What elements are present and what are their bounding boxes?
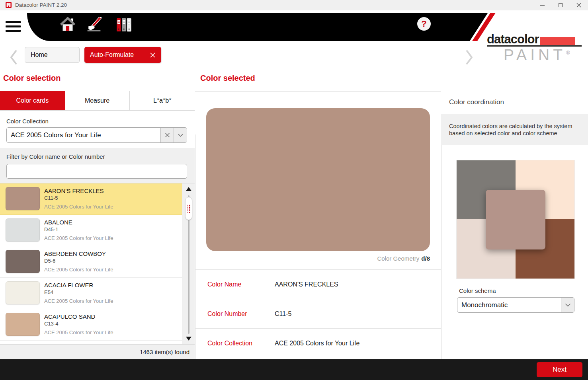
home-icon[interactable] — [60, 17, 76, 33]
color-list: AARON'S FRECKLES C11-5 ACE 2005 Colors f… — [0, 183, 182, 344]
tab-lab[interactable]: L*a*b* — [130, 91, 195, 110]
detail-value: C11-5 — [275, 310, 291, 318]
list-item[interactable]: ACAPULCO SAND C13-4 ACE 2005 Colors for … — [0, 309, 182, 341]
schema-value[interactable]: Monochromatic — [457, 298, 561, 312]
chevron-down-icon[interactable] — [561, 298, 574, 312]
coordination-description: Coordinated colors are calculated by the… — [441, 114, 588, 145]
color-swatch — [6, 281, 40, 304]
color-name: AARON'S FRECKLES — [44, 187, 104, 194]
window-title: Datacolor PAINT 2.20 — [15, 2, 67, 8]
color-number: C13-4 — [44, 321, 58, 327]
close-tab-icon[interactable] — [150, 52, 156, 58]
paintbrush-icon[interactable] — [86, 17, 102, 33]
color-swatch — [6, 313, 40, 336]
list-item[interactable]: ABALONE D45-1 ACE 2005 Colors for Your L… — [0, 215, 182, 246]
brand-red-block — [540, 37, 575, 45]
app-logo-icon — [6, 2, 12, 8]
geometry-value: d/8 — [421, 255, 430, 262]
color-collection: ACE 2005 Colors for Your Life — [44, 204, 113, 210]
items-found-count: 1463 item(s) found — [140, 349, 189, 355]
help-icon[interactable]: ? — [417, 17, 431, 31]
detail-row: Color Number C11-5 — [195, 299, 441, 328]
selected-color-swatch — [206, 108, 430, 251]
color-name: ABERDEEN COWBOY — [44, 250, 106, 257]
color-name: ACAPULCO SAND — [44, 313, 95, 320]
color-number: D45-1 — [44, 226, 58, 232]
list-item[interactable]: AARON'S FRECKLES C11-5 ACE 2005 Colors f… — [0, 183, 182, 215]
title-bar: Datacolor PAINT 2.20 — [0, 0, 588, 10]
color-schema-label: Color schema — [459, 287, 496, 294]
color-swatch — [6, 187, 40, 210]
status-bar: 1463 item(s) found — [0, 344, 195, 359]
footer-bar: Next — [0, 359, 588, 380]
tab-home-label: Home — [31, 51, 48, 58]
collection-label: Color Collection — [6, 118, 49, 125]
color-name: ACACIA FLOWER — [44, 282, 93, 288]
triangle-up-icon[interactable] — [182, 185, 195, 193]
detail-value: ACE 2005 Colors for Your Life — [275, 340, 359, 347]
coordination-grid — [457, 160, 574, 279]
geometry-label: Color Geometry — [377, 255, 419, 262]
color-selection-title: Color selection — [3, 74, 61, 83]
list-item[interactable]: ABERDEEN COWBOY D5-6 ACE 2005 Colors for… — [0, 246, 182, 278]
color-number: D5-6 — [44, 258, 55, 264]
tab-color-cards[interactable]: Color cards — [0, 91, 65, 110]
maximize-icon[interactable] — [551, 0, 570, 10]
chevron-right-icon[interactable] — [464, 49, 475, 66]
color-swatch — [6, 250, 40, 273]
filter-label: Filter by Color name or Color number — [6, 153, 105, 160]
tab-measure[interactable]: Measure — [65, 91, 130, 110]
detail-label: Color Number — [207, 310, 247, 318]
divider — [195, 91, 441, 92]
scrollbar-thumb[interactable] — [185, 197, 192, 220]
selection-tabs: Color cards Measure L*a*b* — [0, 91, 195, 111]
list-item[interactable]: ACACIA FLOWER E54 ACE 2005 Colors for Yo… — [0, 278, 182, 309]
color-selection-panel: Color selection Color cards Measure L*a*… — [0, 67, 195, 359]
triangle-down-icon[interactable] — [182, 335, 195, 343]
color-selected-title: Color selected — [200, 74, 255, 83]
color-coordination-panel: Color coordination Coordinated colors ar… — [441, 67, 588, 359]
detail-value: AARON'S FRECKLES — [275, 281, 338, 288]
minimize-icon[interactable] — [533, 0, 551, 10]
color-number: E54 — [44, 289, 53, 295]
color-schema-dropdown[interactable]: Monochromatic — [457, 297, 574, 313]
detail-row: Color Collection ACE 2005 Colors for You… — [195, 328, 441, 358]
color-coordination-title: Color coordination — [449, 98, 504, 106]
color-collection: ACE 2005 Colors for Your Life — [44, 235, 113, 241]
main-content: Color selection Color cards Measure L*a*… — [0, 67, 588, 359]
brand-product: PAINT® — [487, 47, 582, 63]
clear-collection-button[interactable] — [160, 128, 174, 142]
color-collection: ACE 2005 Colors for Your Life — [44, 298, 113, 304]
color-name: ABALONE — [44, 219, 72, 226]
filter-section: Filter by Color name or Color number — [0, 148, 195, 183]
color-geometry: Color Geometryd/8 — [377, 255, 430, 262]
brand-name: datacolor — [487, 33, 539, 45]
next-button[interactable]: Next — [537, 362, 582, 377]
thumb-grip — [187, 204, 191, 213]
filter-input[interactable] — [6, 164, 187, 179]
chevron-down-icon[interactable] — [174, 128, 187, 142]
tab-home[interactable]: Home — [25, 47, 80, 63]
color-collection: ACE 2005 Colors for Your Life — [44, 267, 113, 273]
detail-label: Color Collection — [207, 340, 252, 347]
hamburger-icon[interactable] — [6, 21, 21, 33]
list-scrollbar[interactable] — [182, 183, 195, 344]
fandeck-binders-icon[interactable] — [116, 17, 132, 33]
brand-logo: datacolor PAINT® — [487, 33, 582, 63]
color-details-table: Color Name AARON'S FRECKLES Color Number… — [195, 269, 441, 358]
tab-auto-formulate-label: Auto-Formulate — [90, 51, 134, 58]
coordination-center-swatch — [486, 190, 545, 249]
color-swatch — [6, 218, 40, 242]
color-selected-panel: Color selected Color Geometryd/8 Color N… — [195, 67, 441, 359]
detail-row: Color Name AARON'S FRECKLES — [195, 269, 441, 299]
chevron-left-icon[interactable] — [8, 49, 19, 66]
detail-label: Color Name — [207, 281, 241, 288]
color-number: C11-5 — [44, 195, 58, 201]
collection-combobox[interactable]: ACE 2005 Colors for Your Life — [6, 127, 187, 143]
collection-value[interactable]: ACE 2005 Colors for Your Life — [7, 128, 160, 142]
color-collection: ACE 2005 Colors for Your Life — [44, 329, 113, 335]
close-icon[interactable] — [570, 0, 588, 10]
tab-auto-formulate[interactable]: Auto-Formulate — [84, 47, 161, 63]
app-header: ? datacolor PAINT® Home Auto-Formulate — [0, 10, 588, 67]
